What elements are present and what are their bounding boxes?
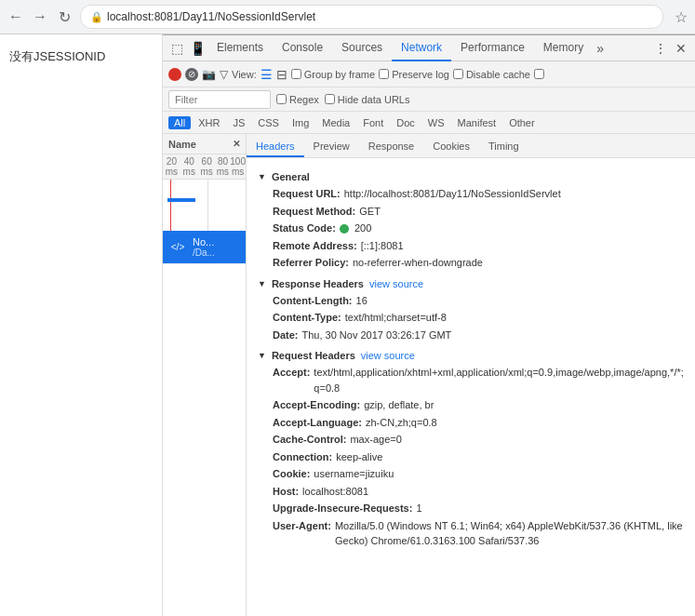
details-tab-preview[interactable]: Preview	[304, 137, 359, 157]
details-tabs: Headers Preview Response Cookies Timing	[247, 134, 695, 158]
devtools-tabs: Elements Console Sources Network Perform…	[207, 35, 650, 61]
group-by-frame-checkbox[interactable]: Group by frame	[291, 69, 375, 80]
offline-checkbox[interactable]	[534, 69, 544, 79]
request-headers-section-header: ▼ Request Headers view source	[258, 350, 684, 361]
network-list-header: Name ✕	[163, 134, 246, 154]
preserve-log-checkbox[interactable]: Preserve log	[379, 69, 449, 80]
devtools-topbar: ⬚ 📱 Elements Console Sources Network Per…	[163, 35, 695, 61]
page-layout: 没有JSESSIONID ⬚ 📱 Elements Console Source…	[0, 34, 695, 616]
timeline-waterfall	[163, 180, 246, 231]
bookmark-button[interactable]: ☆	[675, 8, 688, 26]
clear-button[interactable]: ⊘	[185, 68, 198, 81]
timeline-label-80ms: 80 ms	[216, 156, 231, 177]
filter-bar: Regex Hide data URLs	[163, 87, 695, 112]
timeline-labels: 20 ms 40 ms 60 ms 80 ms 100 ms	[163, 154, 246, 179]
settings-button[interactable]: ⋮	[650, 38, 671, 59]
list-view-button[interactable]: ☰	[261, 67, 273, 82]
disable-cache-checkbox[interactable]: Disable cache	[453, 69, 530, 80]
tab-sources[interactable]: Sources	[332, 35, 392, 61]
request-headers-triangle-icon: ▼	[258, 351, 266, 360]
general-section-header: ▼ General	[258, 171, 684, 182]
type-filter-bar: All XHR JS CSS Img Media Font Doc WS Man…	[163, 112, 695, 134]
close-devtools-button[interactable]: ✕	[671, 38, 691, 59]
network-toolbar: ⊘ 📷 ▽ View: ☰ ⊟ Group by frame Preserve …	[163, 61, 695, 87]
type-filter-ws[interactable]: WS	[422, 116, 450, 129]
details-tab-headers[interactable]: Headers	[247, 137, 304, 157]
details-tab-response[interactable]: Response	[359, 137, 424, 157]
network-content: Name ✕ 20 ms 40 ms 60 ms 80 ms 100 ms	[163, 134, 695, 616]
content-length-row: Content-Length: 16	[258, 293, 684, 309]
request-url-row: Request URL: http://localhost:8081/Day11…	[258, 186, 684, 202]
accept-language-row: Accept-Language: zh-CN,zh;q=0.8	[258, 415, 684, 431]
content-type-row: Content-Type: text/html;charset=utf-8	[258, 310, 684, 326]
clear-icon: ⊘	[188, 69, 195, 79]
type-filter-img[interactable]: Img	[287, 116, 314, 129]
more-tabs-button[interactable]: »	[593, 41, 608, 56]
type-filter-all[interactable]: All	[168, 116, 191, 129]
status-green-dot	[340, 224, 349, 234]
devtools-panel: ⬚ 📱 Elements Console Sources Network Per…	[163, 34, 695, 616]
accept-row: Accept: text/html,application/xhtml+xml,…	[258, 365, 684, 395]
url-text: localhost:8081/Day11/NoSessionIdServlet	[107, 10, 315, 23]
timeline-label-40ms: 40 ms	[180, 156, 198, 177]
type-filter-other[interactable]: Other	[503, 116, 541, 129]
back-button[interactable]: ←	[7, 8, 24, 25]
timeline-gridline-1	[207, 180, 208, 231]
tab-console[interactable]: Console	[273, 35, 332, 61]
close-name-panel-icon[interactable]: ✕	[233, 139, 240, 149]
request-method-row: Request Method: GET	[258, 204, 684, 220]
grid-view-button[interactable]: ⊟	[276, 67, 287, 82]
general-triangle-icon: ▼	[258, 172, 266, 181]
record-button[interactable]	[168, 68, 181, 81]
type-filter-manifest[interactable]: Manifest	[452, 116, 502, 129]
connection-row: Connection: keep-alive	[258, 449, 684, 465]
timeline-label-20ms: 20 ms	[163, 156, 180, 177]
browser-toolbar: ← → ↻ 🔒 localhost:8081/Day11/NoSessionId…	[0, 0, 695, 33]
type-filter-js[interactable]: JS	[227, 116, 250, 129]
type-filter-xhr[interactable]: XHR	[193, 116, 225, 129]
forward-button[interactable]: →	[32, 8, 48, 25]
date-row: Date: Thu, 30 Nov 2017 03:26:17 GMT	[258, 328, 684, 343]
tab-performance[interactable]: Performance	[451, 35, 534, 61]
network-list: Name ✕ 20 ms 40 ms 60 ms 80 ms 100 ms	[163, 134, 247, 616]
device-toolbar-button[interactable]: 📱	[187, 38, 207, 59]
page-content: 没有JSESSIONID	[0, 34, 163, 616]
response-headers-view-source[interactable]: view source	[369, 278, 423, 289]
type-filter-css[interactable]: CSS	[252, 116, 285, 129]
referrer-policy-row: Referrer Policy: no-referrer-when-downgr…	[258, 255, 684, 271]
inspect-element-button[interactable]: ⬚	[167, 38, 187, 59]
status-code-row: Status Code: 200	[258, 221, 684, 236]
filter-input[interactable]	[168, 90, 271, 109]
details-content: ▼ General Request URL: http://localhost:…	[247, 158, 695, 616]
view-label: View:	[232, 69, 257, 80]
screenshot-button[interactable]: 📷	[202, 68, 216, 81]
filter-button[interactable]: ▽	[220, 68, 228, 81]
reload-button[interactable]: ↻	[56, 8, 73, 25]
timeline-header: 20 ms 40 ms 60 ms 80 ms 100 ms	[163, 154, 246, 180]
tab-network[interactable]: Network	[392, 35, 451, 61]
regex-checkbox[interactable]: Regex	[276, 94, 319, 105]
address-bar[interactable]: 🔒 localhost:8081/Day11/NoSessionIdServle…	[80, 5, 663, 29]
type-filter-font[interactable]: Font	[357, 116, 389, 129]
response-headers-triangle-icon: ▼	[258, 279, 266, 288]
timeline-marker	[170, 180, 171, 231]
tab-memory[interactable]: Memory	[534, 35, 593, 61]
upgrade-insecure-row: Upgrade-Insecure-Requests: 1	[258, 501, 684, 516]
request-headers-view-source[interactable]: view source	[361, 350, 415, 361]
details-tab-timing[interactable]: Timing	[479, 137, 528, 157]
user-agent-row: User-Agent: Mozilla/5.0 (Windows NT 6.1;…	[258, 518, 684, 549]
response-headers-section-header: ▼ Response Headers view source	[258, 278, 684, 289]
network-item[interactable]: </> No... /Da...	[163, 231, 246, 264]
details-tab-cookies[interactable]: Cookies	[423, 137, 479, 157]
cache-control-row: Cache-Control: max-age=0	[258, 432, 684, 448]
type-filter-media[interactable]: Media	[316, 116, 355, 129]
type-filter-doc[interactable]: Doc	[391, 116, 421, 129]
timeline-bar	[167, 198, 195, 202]
details-panel: Headers Preview Response Cookies Timing …	[247, 134, 695, 616]
hide-data-urls-checkbox[interactable]: Hide data URLs	[325, 94, 410, 105]
network-item-name: No... /Da...	[193, 236, 215, 258]
network-item-icon: </>	[167, 236, 189, 259]
browser-chrome: ← → ↻ 🔒 localhost:8081/Day11/NoSessionId…	[0, 0, 695, 34]
timeline-label-60ms: 60 ms	[198, 156, 216, 177]
tab-elements[interactable]: Elements	[207, 35, 273, 61]
